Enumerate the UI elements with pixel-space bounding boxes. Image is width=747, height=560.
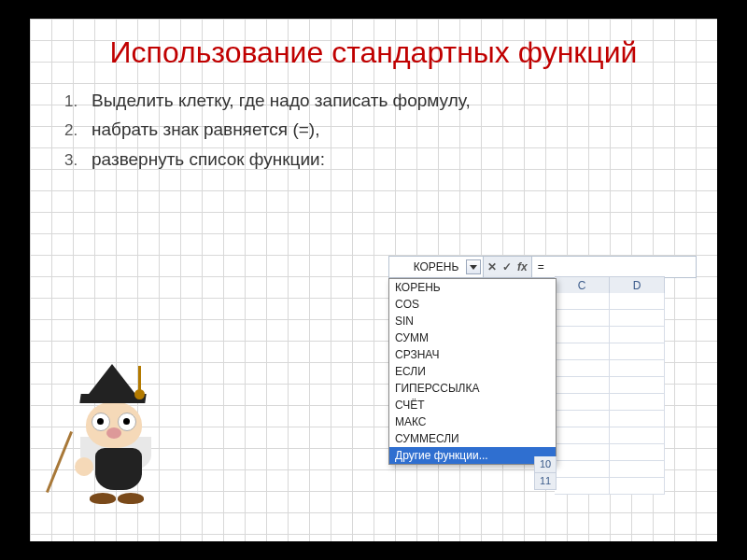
cell[interactable]: [555, 343, 610, 360]
formula-input[interactable]: =: [532, 257, 696, 277]
cell[interactable]: [610, 478, 665, 495]
cell[interactable]: [610, 461, 665, 478]
dropdown-item[interactable]: КОРЕНЬ: [389, 279, 556, 296]
function-dropdown[interactable]: КОРЕНЬ COS SIN СУММ СРЗНАЧ ЕСЛИ ГИПЕРССЫ…: [388, 278, 557, 465]
cell[interactable]: [555, 310, 610, 327]
dropdown-item[interactable]: СЧЁТ: [389, 397, 556, 413]
cell[interactable]: [555, 327, 610, 343]
cell[interactable]: [610, 327, 665, 343]
cancel-icon[interactable]: ✕: [487, 260, 497, 273]
formula-text: =: [538, 260, 544, 273]
chevron-down-icon: [470, 265, 477, 270]
dropdown-item[interactable]: COS: [389, 296, 556, 313]
mascot-illustration: [49, 364, 179, 504]
cell[interactable]: [610, 293, 665, 310]
cell[interactable]: [610, 411, 665, 427]
steps-list: Выделить клетку, где надо записать форму…: [82, 87, 689, 173]
cell[interactable]: [610, 343, 665, 360]
step-item: набрать знак равняется (=),: [82, 116, 689, 143]
dropdown-item[interactable]: ГИПЕРССЫЛКА: [389, 380, 556, 397]
column-headers: C D: [555, 276, 665, 295]
dropdown-item[interactable]: СУММЕСЛИ: [389, 430, 556, 447]
confirm-icon[interactable]: ✓: [502, 260, 512, 273]
cell[interactable]: [610, 377, 665, 394]
fx-icon[interactable]: fx: [517, 260, 528, 273]
cell[interactable]: [610, 444, 665, 461]
dropdown-item[interactable]: МАКС: [389, 413, 556, 430]
cell[interactable]: [555, 444, 610, 461]
cell[interactable]: [555, 293, 610, 310]
dropdown-item-selected[interactable]: Другие функции...: [389, 447, 556, 464]
row-number[interactable]: 10: [534, 456, 557, 473]
cell[interactable]: [555, 394, 610, 411]
cells-grid: [555, 293, 665, 495]
formula-bar: КОРЕНЬ ✕ ✓ fx =: [388, 256, 697, 278]
cell[interactable]: [610, 394, 665, 411]
dropdown-item[interactable]: СУММ: [389, 329, 556, 346]
cell[interactable]: [555, 360, 610, 377]
step-item: развернуть список функции:: [82, 146, 689, 173]
cell[interactable]: [555, 377, 610, 394]
cell[interactable]: [555, 461, 610, 478]
dropdown-item[interactable]: СРЗНАЧ: [389, 346, 556, 363]
cell[interactable]: [555, 478, 610, 495]
name-box-value: КОРЕНЬ: [414, 260, 459, 273]
cell[interactable]: [555, 411, 610, 427]
cell[interactable]: [610, 360, 665, 377]
col-header[interactable]: C: [555, 276, 610, 295]
dropdown-item[interactable]: ЕСЛИ: [389, 363, 556, 380]
cell[interactable]: [610, 310, 665, 327]
cell[interactable]: [610, 427, 665, 444]
col-header[interactable]: D: [610, 276, 665, 295]
cell[interactable]: [555, 427, 610, 444]
excel-screenshot: КОРЕНЬ ✕ ✓ fx = C D: [388, 256, 697, 465]
name-box[interactable]: КОРЕНЬ: [389, 257, 484, 277]
dropdown-item[interactable]: SIN: [389, 313, 556, 329]
slide-title: Использование стандартных функций: [30, 19, 717, 79]
step-item: Выделить клетку, где надо записать форму…: [82, 87, 689, 114]
row-number[interactable]: 11: [534, 473, 557, 490]
slide: Использование стандартных функций Выдели…: [30, 19, 717, 541]
row-numbers: 10 11: [534, 456, 557, 490]
formula-bar-icons: ✕ ✓ fx: [484, 257, 532, 277]
name-box-dropdown-button[interactable]: [466, 259, 481, 274]
